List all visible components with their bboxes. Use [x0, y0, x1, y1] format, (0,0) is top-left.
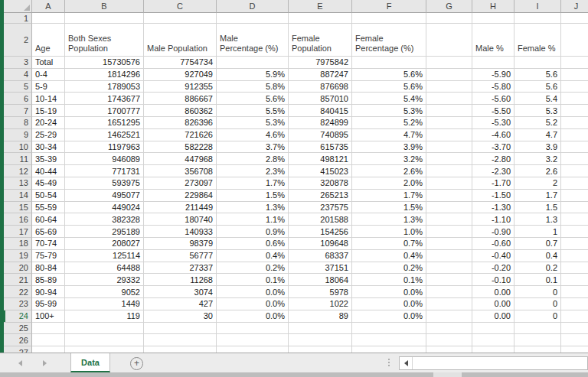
cell-J16[interactable]	[561, 213, 588, 226]
cell-H6[interactable]: -5.60	[472, 93, 514, 105]
col-header-F[interactable]: F	[352, 0, 426, 13]
cell-I23[interactable]: 0	[514, 298, 561, 310]
row-header-10[interactable]: 10	[4, 141, 32, 154]
cell-J22[interactable]	[561, 286, 588, 298]
cell-I24[interactable]: 0	[514, 310, 561, 323]
cell-G11[interactable]	[426, 153, 472, 165]
cell-B11[interactable]: 946089	[65, 153, 144, 165]
cell-F5[interactable]: 5.6%	[352, 81, 426, 93]
cell-A25[interactable]	[32, 323, 65, 335]
add-sheet-icon[interactable]: +	[130, 357, 143, 370]
cell-G13[interactable]	[426, 177, 472, 190]
cell-C12[interactable]: 356708	[144, 165, 217, 177]
cell-J17[interactable]	[561, 226, 588, 238]
cell-D21[interactable]: 0.1%	[217, 274, 289, 286]
cell-I10[interactable]: 3.9	[514, 141, 561, 154]
cell-A14[interactable]: 50-54	[32, 190, 65, 202]
cell-F22[interactable]: 0.0%	[352, 286, 426, 298]
cell-H26[interactable]	[472, 334, 514, 346]
cell-A8[interactable]: 20-24	[32, 117, 65, 129]
cell-A23[interactable]: 95-99	[32, 298, 65, 310]
cell-D27[interactable]	[217, 346, 289, 353]
cell-G21[interactable]	[426, 274, 472, 286]
cell-D25[interactable]	[217, 323, 289, 335]
cell-G1[interactable]	[426, 13, 472, 24]
cell-J11[interactable]	[561, 153, 588, 165]
cell-I15[interactable]: 1.5	[514, 202, 561, 214]
row-header-22[interactable]: 22	[4, 286, 32, 298]
row-header-3[interactable]: 3	[4, 57, 32, 69]
cell-A6[interactable]: 10-14	[32, 93, 65, 105]
cell-G8[interactable]	[426, 117, 472, 129]
cell-E22[interactable]: 5978	[289, 286, 352, 298]
cell-E9[interactable]: 740895	[289, 129, 352, 141]
cell-A17[interactable]: 65-69	[32, 226, 65, 238]
cell-G4[interactable]	[426, 69, 472, 81]
cell-A5[interactable]: 5-9	[32, 81, 65, 93]
cell-H12[interactable]: -2.30	[472, 165, 514, 177]
cell-H24[interactable]: 0.00	[472, 310, 514, 323]
cell-B24[interactable]: 119	[65, 310, 144, 323]
cell-E10[interactable]: 615735	[289, 141, 352, 154]
cell-C6[interactable]: 886667	[144, 93, 217, 105]
row-header-13[interactable]: 13	[4, 177, 32, 190]
cell-B20[interactable]: 64488	[65, 262, 144, 275]
cell-E26[interactable]	[289, 334, 352, 346]
cell-B6[interactable]: 1743677	[65, 93, 144, 105]
cell-J6[interactable]	[561, 93, 588, 105]
cell-B21[interactable]: 29332	[65, 274, 144, 286]
cell-G19[interactable]	[426, 250, 472, 262]
cell-H15[interactable]: -1.30	[472, 202, 514, 214]
cell-D18[interactable]: 0.6%	[217, 238, 289, 250]
cell-D10[interactable]: 3.7%	[217, 141, 289, 154]
cell-G14[interactable]	[426, 190, 472, 202]
row-header-27[interactable]: 27	[4, 346, 32, 353]
cell-A4[interactable]: 0-4	[32, 69, 65, 81]
row-header-15[interactable]: 15	[4, 202, 32, 214]
cell-I7[interactable]: 5.3	[514, 105, 561, 117]
cell-A2[interactable]: Age	[32, 24, 65, 57]
cell-I27[interactable]	[514, 346, 561, 353]
row-header-9[interactable]: 9	[4, 129, 32, 141]
cell-B9[interactable]: 1462521	[65, 129, 144, 141]
cell-H21[interactable]: -0.10	[472, 274, 514, 286]
cell-G23[interactable]	[426, 298, 472, 310]
cell-B15[interactable]: 449024	[65, 202, 144, 214]
select-all-corner[interactable]	[4, 0, 32, 13]
cell-F25[interactable]	[352, 323, 426, 335]
cell-E5[interactable]: 876698	[289, 81, 352, 93]
cell-C18[interactable]: 98379	[144, 238, 217, 250]
cell-A19[interactable]: 75-79	[32, 250, 65, 262]
cell-D15[interactable]: 1.3%	[217, 202, 289, 214]
cell-E23[interactable]: 1022	[289, 298, 352, 310]
cell-C5[interactable]: 912355	[144, 81, 217, 93]
tab-options-dots-icon[interactable]	[388, 359, 390, 366]
cell-D9[interactable]: 4.6%	[217, 129, 289, 141]
cell-E21[interactable]: 18064	[289, 274, 352, 286]
cell-J2[interactable]	[561, 24, 588, 57]
cell-C23[interactable]: 427	[144, 298, 217, 310]
cell-F12[interactable]: 2.6%	[352, 165, 426, 177]
cell-H27[interactable]	[472, 346, 514, 353]
cell-D13[interactable]: 1.7%	[217, 177, 289, 190]
cell-D4[interactable]: 5.9%	[217, 69, 289, 81]
cell-A7[interactable]: 15-19	[32, 105, 65, 117]
cell-A21[interactable]: 85-89	[32, 274, 65, 286]
cell-G26[interactable]	[426, 334, 472, 346]
cell-A11[interactable]: 35-39	[32, 153, 65, 165]
cell-J5[interactable]	[561, 81, 588, 93]
cell-H7[interactable]: -5.50	[472, 105, 514, 117]
cell-H4[interactable]: -5.90	[472, 69, 514, 81]
cell-C9[interactable]: 721626	[144, 129, 217, 141]
cell-I21[interactable]: 0.1	[514, 274, 561, 286]
cell-C14[interactable]: 229864	[144, 190, 217, 202]
cell-F4[interactable]: 5.6%	[352, 69, 426, 81]
row-header-21[interactable]: 21	[4, 274, 32, 286]
cell-E8[interactable]: 824899	[289, 117, 352, 129]
cell-H22[interactable]: 0.00	[472, 286, 514, 298]
cell-I20[interactable]: 0.2	[514, 262, 561, 275]
cell-I1[interactable]	[514, 13, 561, 24]
cell-D17[interactable]: 0.9%	[217, 226, 289, 238]
cell-H1[interactable]	[472, 13, 514, 24]
col-header-B[interactable]: B	[65, 0, 144, 13]
